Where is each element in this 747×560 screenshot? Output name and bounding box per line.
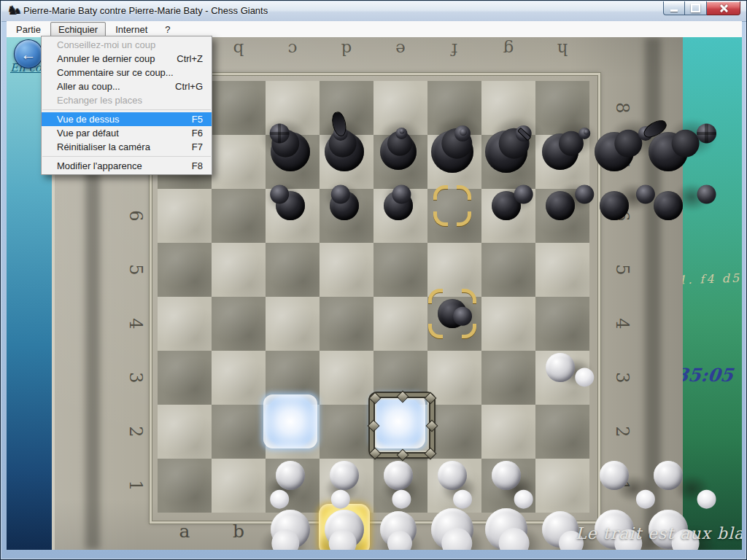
square-d4[interactable] (320, 297, 374, 351)
square-a5[interactable] (158, 243, 212, 297)
rank-label-right-5: 5 (612, 264, 632, 275)
menu-item-annuler-le-dernier-coup[interactable]: Annuler le dernier coupCtrl+Z (42, 52, 212, 66)
right-panel (683, 37, 742, 550)
file-label-top-b: b (233, 40, 244, 59)
square-b3[interactable] (212, 351, 266, 405)
square-a2[interactable] (158, 405, 212, 459)
rank-label-left-3: 3 (125, 372, 146, 383)
file-label-top-d: d (341, 40, 352, 59)
gold-corner-icon (428, 324, 443, 338)
square-b5[interactable] (212, 243, 266, 297)
menu-item-reinitialiser-la-camera[interactable]: Réinitialiser la caméraF7 (42, 140, 212, 154)
menu-item-label: Conseillez-moi un coup (57, 39, 155, 50)
menu-item-commentaire-sur-ce-coup[interactable]: Commentaire sur ce coup... (42, 66, 212, 79)
menu-separator (42, 156, 211, 157)
menubar-item-internet[interactable]: Internet (107, 22, 155, 37)
maximize-button[interactable] (685, 1, 707, 15)
file-label-bottom-b: b (233, 521, 244, 542)
close-button[interactable] (707, 1, 740, 15)
menu-item-shortcut: F5 (192, 114, 203, 125)
menu-item-label: Modifier l'apparence (57, 160, 142, 171)
square-g3[interactable] (481, 351, 535, 405)
menu-item-modifier-l-apparence[interactable]: Modifier l'apparenceF8 (42, 159, 212, 173)
menu-item-echanger-les-places[interactable]: Echanger les places (42, 93, 212, 107)
square-a4[interactable] (158, 297, 212, 351)
square-h4[interactable] (535, 297, 589, 351)
square-f2[interactable] (427, 405, 481, 459)
gold-corner-icon (457, 185, 471, 200)
minimize-button[interactable] (663, 1, 685, 15)
menu-item-label: Aller au coup... (57, 81, 120, 92)
menu-item-shortcut: F8 (192, 160, 203, 171)
frame-ornament-icon (397, 391, 409, 403)
app-window: ♞♞ Pierre-Marie Baty contre Pierre-Marie… (0, 0, 747, 560)
rank-label-left-2: 2 (125, 426, 146, 437)
file-label-top-g: g (503, 40, 514, 59)
square-g4[interactable] (481, 297, 535, 351)
menu-item-conseillez-moi-un-coup[interactable]: Conseillez-moi un coup (42, 38, 212, 52)
square-a3[interactable] (158, 351, 212, 405)
rank-label-right-4: 4 (612, 318, 632, 329)
back-arrow-icon: ← (21, 47, 36, 62)
rank-label-left-6: 6 (125, 210, 146, 221)
menu-item-shortcut: F6 (192, 128, 203, 139)
frame-ornament-icon (368, 420, 380, 432)
square-b6[interactable] (212, 189, 266, 243)
square-h1[interactable] (535, 459, 589, 513)
app-icon: ♞♞ (7, 4, 21, 18)
rank-label-left-4: 4 (125, 318, 146, 329)
turn-status-text: Le trait est aux blancs. (576, 524, 742, 542)
square-b2[interactable] (212, 405, 266, 459)
square-c5[interactable] (266, 243, 320, 297)
square-h5[interactable] (535, 243, 589, 297)
menu-item-label: Echanger les places (57, 95, 142, 106)
square-e4[interactable] (374, 297, 427, 351)
menu-item-label: Commentaire sur ce coup... (57, 67, 174, 78)
menubar-item-aide[interactable]: ? (157, 22, 178, 37)
file-label-bottom-a: a (179, 521, 190, 542)
square-e5[interactable] (374, 243, 427, 297)
square-d5[interactable] (320, 243, 374, 297)
file-label-top-f: f (452, 40, 458, 59)
back-button[interactable]: ← (14, 39, 43, 69)
menu-item-label: Vue par défaut (57, 128, 119, 139)
menubar-item-partie[interactable]: Partie (8, 22, 49, 37)
menu-item-shortcut: Ctrl+G (175, 81, 203, 92)
menu-item-shortcut: F7 (192, 141, 203, 152)
square-b7[interactable] (212, 135, 266, 189)
file-label-top-c: c (288, 40, 298, 59)
menu-item-vue-par-defaut[interactable]: Vue par défautF6 (42, 126, 212, 140)
square-b8[interactable] (212, 81, 266, 135)
square-a1[interactable] (158, 459, 212, 513)
rank-label-right-8: 8 (612, 102, 632, 113)
menu-item-label: Vue de dessus (57, 114, 120, 125)
title-bar[interactable]: ♞♞ Pierre-Marie Baty contre Pierre-Marie… (1, 1, 746, 22)
gold-corner-icon (433, 211, 448, 226)
close-x-icon (719, 4, 728, 12)
gold-corner-icon (433, 185, 448, 200)
echiquier-menu: Conseillez-moi un coupAnnuler le dernier… (41, 36, 212, 175)
square-g5[interactable] (481, 243, 535, 297)
square-g2[interactable] (481, 405, 535, 459)
menubar-item-echiquier[interactable]: Echiquier (50, 22, 106, 37)
minimize-bar-icon (670, 9, 678, 12)
rank-label-right-2: 2 (612, 426, 632, 437)
square-b4[interactable] (212, 297, 266, 351)
hint-square-a3[interactable] (263, 394, 317, 448)
square-d2[interactable] (320, 405, 374, 459)
square-c4[interactable] (266, 297, 320, 351)
square-h2[interactable] (535, 405, 589, 459)
board-grid (158, 81, 589, 513)
square-a6[interactable] (158, 189, 212, 243)
clock: 35:05 (674, 365, 734, 386)
file-label-top-e: e (395, 40, 406, 59)
square-b1[interactable] (212, 459, 266, 513)
menu-item-vue-de-dessus[interactable]: Vue de dessusF5 (42, 112, 212, 126)
rank-label-left-1: 1 (125, 480, 146, 491)
gold-corner-icon (457, 211, 471, 226)
menu-item-aller-au-coup[interactable]: Aller au coup...Ctrl+G (42, 79, 212, 93)
menu-item-label: Annuler le dernier coup (57, 53, 155, 64)
rank-label-left-5: 5 (125, 264, 146, 275)
square-d3[interactable] (320, 351, 374, 405)
rank-label-right-3: 3 (612, 372, 632, 383)
